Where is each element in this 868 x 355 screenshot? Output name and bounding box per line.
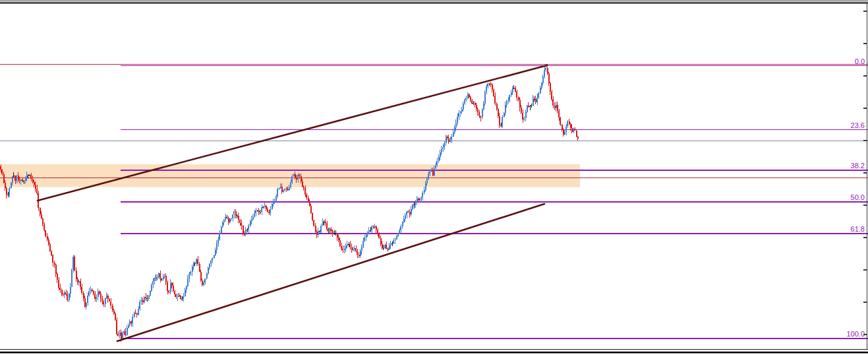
candle-body	[397, 234, 399, 236]
candle-body	[538, 93, 539, 98]
candle-body	[383, 248, 384, 249]
candle-body	[322, 222, 324, 225]
candle-body	[101, 298, 103, 302]
candle-body	[299, 175, 300, 176]
candle-body	[440, 152, 441, 157]
candle-body	[262, 207, 264, 208]
candle-body	[11, 183, 12, 188]
candle-body	[130, 321, 132, 323]
candle-body	[349, 244, 351, 247]
candle-body	[170, 283, 171, 293]
candle-body	[338, 238, 339, 241]
candle-body	[173, 286, 174, 290]
candle-body	[16, 176, 17, 181]
candle-body	[489, 84, 490, 84]
candle-body	[255, 210, 256, 213]
candle-body	[209, 264, 210, 268]
candle-body	[110, 302, 111, 306]
candle-body	[204, 278, 206, 282]
candle-body	[444, 143, 445, 147]
candle-body	[551, 92, 552, 100]
supply-zone[interactable]	[0, 164, 580, 187]
candle-body	[98, 292, 99, 297]
border-layer	[0, 349, 868, 350]
candle-body	[320, 226, 322, 232]
candle-body	[574, 129, 575, 131]
candle-body	[432, 170, 434, 176]
candle-body	[64, 292, 65, 296]
candle-body	[58, 280, 59, 288]
candle-body	[55, 265, 57, 273]
candle-body	[156, 278, 157, 278]
candle-body	[81, 287, 82, 293]
candle-body	[67, 294, 68, 300]
candle-body	[422, 193, 423, 197]
candle-body	[374, 226, 376, 227]
candle-body	[483, 104, 484, 110]
candle-body	[357, 251, 358, 255]
candle-body	[221, 227, 222, 233]
candle-body	[54, 263, 55, 265]
candle-body	[465, 98, 467, 100]
candle-body	[264, 206, 266, 207]
candle-body	[168, 291, 169, 292]
candle-body	[26, 176, 28, 178]
candle-body	[197, 259, 198, 264]
candle-body	[159, 273, 161, 279]
candle-body	[297, 175, 299, 179]
candle-body	[148, 296, 150, 298]
candle-body	[347, 244, 348, 245]
candle-body	[289, 187, 290, 189]
candle-body	[438, 157, 440, 161]
candle-body	[308, 198, 309, 201]
candle-body	[164, 276, 165, 276]
candle-body	[251, 220, 252, 221]
candle-body	[188, 274, 190, 279]
candle-body	[571, 128, 573, 133]
candle-body	[509, 95, 510, 100]
candle-body	[412, 205, 413, 209]
candle-body	[116, 320, 117, 334]
candle-body	[333, 234, 335, 234]
candle-body	[442, 147, 444, 149]
candle-body	[185, 290, 186, 296]
candle-body	[246, 230, 248, 230]
candle-body	[475, 103, 476, 105]
candle-body	[544, 70, 545, 76]
candle-body	[515, 88, 516, 92]
candle-body	[490, 84, 492, 84]
candle-body	[51, 251, 52, 255]
candle-body	[123, 331, 125, 333]
candle-body	[139, 302, 140, 309]
candle-body	[252, 216, 254, 219]
candle-body	[128, 325, 129, 328]
candle-body	[565, 126, 567, 132]
candle-body	[469, 94, 470, 97]
candle-body	[415, 203, 416, 205]
candle-body	[521, 108, 522, 113]
candle-body	[199, 264, 200, 272]
candle-body	[550, 83, 551, 92]
candle-body	[105, 298, 106, 304]
price-chart[interactable]: 0.023.638.250.061.8100.0	[0, 0, 868, 355]
candle-body	[109, 299, 110, 301]
candle-body	[243, 226, 244, 233]
candle-body	[330, 230, 331, 230]
candle-body	[272, 204, 273, 209]
candle-body	[61, 290, 63, 294]
candle-body	[384, 245, 386, 248]
candle-body	[290, 182, 291, 188]
candle-body	[312, 213, 313, 220]
candle-body	[125, 331, 126, 335]
candle-body	[277, 189, 278, 195]
candle-body	[325, 222, 326, 223]
candle-body	[65, 292, 67, 294]
candle-body	[463, 104, 464, 110]
candle-body	[477, 109, 478, 112]
candle-body	[435, 165, 436, 168]
candle-body	[395, 240, 396, 241]
candle-body	[106, 296, 107, 298]
candle-body	[74, 257, 75, 271]
window-top-border	[0, 0, 868, 3]
candle-body	[399, 230, 400, 233]
